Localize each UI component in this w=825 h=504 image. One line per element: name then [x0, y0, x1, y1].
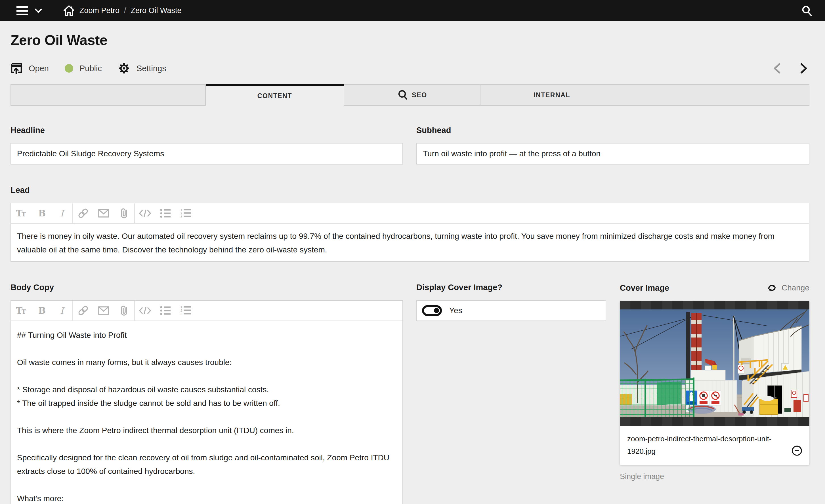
cover-image-label: Cover Image — [620, 283, 669, 293]
subhead-label: Subhead — [416, 125, 809, 135]
code-icon[interactable] — [135, 203, 155, 224]
app-root: Zoom Petro / Zero Oil Waste Zero Oil Was… — [0, 0, 825, 504]
settings-label: Settings — [137, 64, 166, 73]
chevron-left-icon[interactable] — [773, 63, 781, 74]
home-icon[interactable] — [64, 5, 74, 16]
tab-seo[interactable]: SEO — [344, 84, 480, 106]
bullet-list-icon[interactable] — [155, 203, 176, 224]
status-dot — [65, 64, 73, 73]
status-bar: Open Public Settings — [10, 62, 809, 75]
cover-image-field: Cover Image Change — [620, 283, 809, 504]
headline-label: Headline — [10, 125, 403, 135]
svg-text:B: B — [38, 208, 46, 219]
page-title: Zero Oil Waste — [10, 32, 809, 49]
svg-text:T: T — [21, 308, 26, 315]
status-label: Public — [79, 64, 102, 73]
attachment-icon[interactable] — [114, 300, 134, 321]
lead-field: Lead TT B I — [10, 185, 809, 262]
cover-meta: zoom-petro-indirect-thermal-desorption-u… — [620, 426, 809, 465]
heading-icon[interactable]: TT — [11, 300, 31, 321]
tab-content-label: CONTENT — [257, 92, 292, 100]
display-cover-toggle-box: Yes — [416, 300, 606, 321]
body-editor-toolbar: TT B I — [11, 301, 402, 321]
magnifier-icon — [398, 90, 408, 100]
breadcrumb-current[interactable]: Zero Oil Waste — [131, 6, 181, 15]
main-menu-button[interactable] — [16, 6, 42, 16]
email-icon[interactable] — [93, 203, 114, 224]
italic-icon[interactable]: I — [52, 203, 72, 224]
body-copy-label: Body Copy — [10, 283, 403, 292]
link-icon[interactable] — [73, 300, 93, 321]
remove-asset-icon[interactable] — [791, 445, 803, 456]
svg-text:2: 2 — [180, 212, 182, 215]
tab-filler — [10, 84, 206, 106]
lead-label: Lead — [10, 185, 809, 195]
bullet-list-icon[interactable] — [155, 300, 176, 321]
code-icon[interactable] — [135, 300, 155, 321]
lead-editor-toolbar: TT B I — [11, 203, 809, 224]
cover-image-photo — [620, 310, 809, 417]
lead-text[interactable]: There is money in oily waste. Our automa… — [11, 224, 809, 261]
publish-status[interactable]: Public — [65, 64, 102, 73]
cover-filename: zoom-petro-indirect-thermal-desorption-u… — [627, 432, 791, 457]
transparency-band-top — [620, 301, 809, 310]
bold-icon[interactable]: B — [31, 300, 52, 321]
svg-text:3: 3 — [180, 215, 182, 219]
open-preview-icon — [10, 62, 22, 75]
tab-internal-label: INTERNAL — [534, 91, 570, 99]
change-label: Change — [781, 283, 809, 292]
search-icon[interactable] — [801, 5, 813, 17]
top-bar: Zoom Petro / Zero Oil Waste — [0, 0, 825, 21]
display-cover-label: Display Cover Image? — [416, 283, 606, 292]
gear-icon — [118, 62, 130, 75]
chevron-right-icon[interactable] — [800, 63, 808, 74]
svg-text:B: B — [38, 306, 46, 316]
cover-image-card[interactable]: zoom-petro-indirect-thermal-desorption-u… — [620, 301, 809, 465]
body-copy-editor: TT B I — [10, 300, 403, 504]
tab-bar: CONTENT SEO INTERNAL — [10, 84, 809, 106]
change-cover-button[interactable]: Change — [767, 283, 809, 293]
svg-text:T: T — [21, 211, 26, 218]
subhead-input[interactable]: Turn oil waste into profit — at the pres… — [416, 143, 809, 165]
toggle-knob — [434, 308, 439, 313]
svg-text:I: I — [60, 306, 65, 316]
bold-icon[interactable]: B — [31, 203, 52, 224]
email-icon[interactable] — [93, 300, 114, 321]
attachment-icon[interactable] — [114, 203, 134, 224]
display-cover-field: Display Cover Image? Yes — [416, 283, 606, 504]
open-button[interactable]: Open — [10, 62, 49, 75]
svg-text:3: 3 — [180, 312, 182, 316]
settings-button[interactable]: Settings — [118, 62, 166, 75]
body-copy-field: Body Copy TT B I — [10, 283, 403, 504]
svg-text:I: I — [60, 208, 65, 219]
transparency-band-bottom — [620, 417, 809, 426]
tab-internal[interactable]: INTERNAL — [480, 84, 809, 106]
heading-icon[interactable]: TT — [11, 203, 31, 224]
row-body-cover: Body Copy TT B I — [10, 283, 809, 504]
breadcrumb-parent[interactable]: Zoom Petro — [79, 6, 120, 15]
ordered-list-icon[interactable]: 123 — [176, 300, 196, 321]
lead-editor: TT B I — [10, 203, 809, 262]
open-label: Open — [29, 64, 49, 73]
breadcrumb-separator: / — [124, 6, 126, 15]
refresh-icon — [767, 283, 777, 293]
svg-text:1: 1 — [180, 208, 182, 212]
svg-text:2: 2 — [180, 309, 182, 312]
headline-input[interactable]: Predictable Oil Sludge Recovery Systems — [10, 143, 403, 165]
tab-content[interactable]: CONTENT — [206, 84, 344, 106]
ordered-list-icon[interactable]: 123 — [176, 203, 196, 224]
svg-text:1: 1 — [180, 306, 182, 309]
display-cover-toggle[interactable] — [422, 305, 442, 316]
cover-section: Display Cover Image? Yes Cover Image — [416, 283, 809, 504]
display-cover-value: Yes — [449, 306, 462, 315]
tab-seo-label: SEO — [412, 91, 427, 99]
cover-caption: Single image — [620, 472, 809, 481]
body-copy-text[interactable]: ## Turning Oil Waste into Profit Oil was… — [11, 321, 402, 504]
hamburger-icon[interactable] — [16, 6, 29, 16]
row-headline-subhead: Headline Predictable Oil Sludge Recovery… — [10, 125, 809, 165]
chevron-down-icon[interactable] — [34, 8, 42, 13]
italic-icon[interactable]: I — [52, 300, 72, 321]
entry-nav — [773, 63, 809, 74]
link-icon[interactable] — [73, 203, 93, 224]
